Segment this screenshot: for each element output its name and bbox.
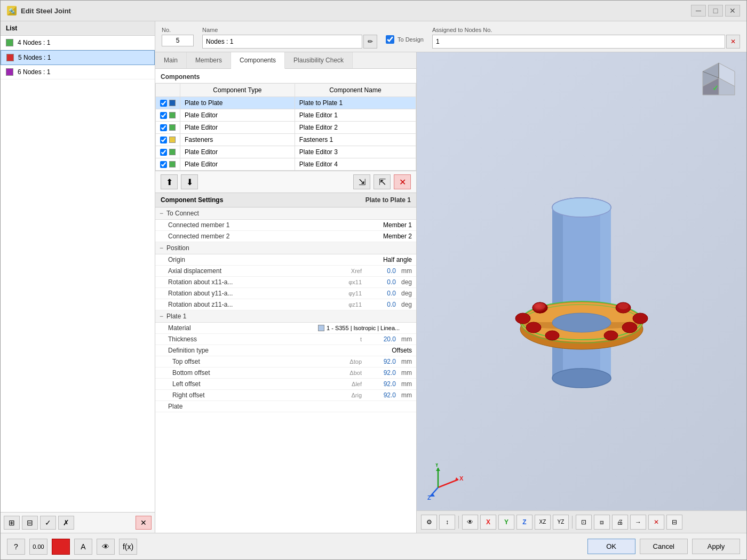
comp-name-1: Plate Editor 1 [295, 109, 416, 122]
copy-button[interactable]: ⊟ [22, 516, 38, 530]
plate1-minus: − [160, 313, 163, 320]
rotation-y-value: 0.0 [364, 290, 396, 297]
left-panel: List 4 Nodes : 1 5 Nodes : 1 6 Nodes : 1… [1, 21, 155, 533]
reset-view-button[interactable]: ✕ [648, 515, 664, 530]
uncheck-all-button[interactable]: ✗ [58, 516, 74, 530]
y-axis-button[interactable]: Y [498, 515, 514, 530]
comp-type-2: Plate Editor [180, 122, 295, 134]
check-all-button[interactable]: ✓ [40, 516, 56, 530]
print-button[interactable]: 🖨 [612, 515, 628, 530]
svg-marker-33 [436, 468, 440, 471]
viewer-3d[interactable]: ✓ X [417, 52, 746, 533]
comp-row-5[interactable]: Plate Editor Plate Editor 4 [156, 158, 416, 171]
comp-checkbox-4[interactable] [160, 149, 167, 156]
list-item-1[interactable]: 4 Nodes : 1 [1, 36, 155, 50]
text-button[interactable]: A [74, 539, 92, 555]
tab-members[interactable]: Members [187, 52, 231, 68]
close-button[interactable]: ✕ [725, 5, 740, 17]
axial-row: Axial displacement Xref 0.0 mm [155, 266, 416, 277]
ok-button[interactable]: OK [587, 539, 635, 554]
z-axis-button[interactable]: Z [516, 515, 533, 530]
display-button[interactable]: ⧈ [594, 515, 610, 530]
tab-plausibility[interactable]: Plausibility Check [285, 52, 353, 68]
export-button[interactable]: ⇱ [374, 174, 391, 189]
svg-point-21 [618, 303, 629, 309]
delete-list-button[interactable]: ✕ [136, 516, 152, 530]
no-label: No. [162, 27, 194, 33]
tab-main[interactable]: Main [155, 52, 187, 68]
help-button[interactable]: ? [7, 539, 25, 555]
comp-check-2 [156, 122, 180, 134]
options-button[interactable]: ⊟ [666, 515, 682, 530]
comp-type-4: Plate Editor [180, 146, 295, 158]
list-color-1 [6, 39, 13, 46]
move-down-button[interactable]: ⬇ [181, 174, 198, 189]
red-indicator-button[interactable] [52, 539, 70, 555]
components-section-header: Components [155, 69, 416, 83]
view-sep-2 [572, 516, 573, 529]
view-button[interactable]: 👁 [462, 515, 478, 530]
comp-row-4[interactable]: Plate Editor Plate Editor 3 [156, 146, 416, 158]
bottom-offset-sym: Δbot [347, 370, 364, 376]
no-input[interactable] [162, 35, 194, 46]
comp-checkbox-0[interactable] [160, 100, 167, 107]
col-header-check [156, 84, 180, 97]
add-button[interactable]: ⊞ [4, 516, 20, 530]
formula-button[interactable]: f(x) [119, 539, 137, 555]
comp-checkbox-2[interactable] [160, 124, 167, 131]
xz-plane-button[interactable]: XZ [535, 515, 551, 530]
comp-row-1[interactable]: Plate Editor Plate Editor 1 [156, 109, 416, 122]
connected-member-2-label: Connected member 2 [168, 233, 380, 240]
to-connect-header[interactable]: − To Connect [155, 207, 416, 220]
apply-button[interactable]: Apply [692, 539, 740, 554]
pan-button[interactable]: ↕ [439, 515, 455, 530]
axial-label: Axial displacement [168, 267, 349, 275]
value-button[interactable]: 0.00 [29, 539, 47, 555]
connected-member-1-value: Member 1 [380, 221, 412, 229]
svg-point-20 [535, 303, 545, 309]
cube-widget[interactable]: ✓ [697, 59, 740, 101]
move-up-button[interactable]: ⬆ [161, 174, 178, 189]
name-edit-button[interactable]: ✏ [363, 35, 377, 49]
tab-components[interactable]: Components [231, 52, 285, 69]
import-button[interactable]: ⇲ [353, 174, 370, 189]
maximize-button[interactable]: □ [708, 5, 723, 17]
layers-button[interactable]: ⊡ [576, 515, 592, 530]
list-color-3 [6, 68, 13, 76]
comp-checkbox-3[interactable] [160, 137, 167, 143]
plate1-header[interactable]: − Plate 1 [155, 310, 416, 323]
list-item-3[interactable]: 6 Nodes : 1 [1, 65, 155, 79]
arrow-button[interactable]: → [630, 515, 646, 530]
comp-checkbox-1[interactable] [160, 112, 167, 119]
connected-member-1-label: Connected member 1 [168, 221, 380, 229]
view-icon-button[interactable]: 👁 [97, 539, 115, 555]
top-offset-unit: mm [396, 358, 412, 365]
comp-name-2: Plate Editor 2 [295, 122, 416, 134]
left-offset-label: Left offset [172, 380, 349, 388]
comp-type-0: Plate to Plate [180, 97, 295, 109]
main-window: 🔩 Edit Steel Joint ─ □ ✕ List 4 Nodes : … [0, 0, 747, 560]
rotation-x-unit: deg [396, 278, 412, 286]
assigned-input[interactable] [432, 35, 725, 49]
x-axis-button[interactable]: X [480, 515, 496, 530]
to-design-checkbox[interactable] [386, 35, 394, 44]
comp-row-0[interactable]: Plate to Plate Plate to Plate 1 [156, 97, 416, 109]
minimize-button[interactable]: ─ [691, 5, 706, 17]
cancel-button[interactable]: Cancel [640, 539, 688, 554]
comp-color-0 [169, 100, 176, 106]
yz-plane-button[interactable]: YZ [553, 515, 569, 530]
comp-row-3[interactable]: Fasteners Fasteners 1 [156, 134, 416, 146]
delete-comp-button[interactable]: ✕ [394, 174, 411, 189]
thickness-sym: t [358, 336, 364, 342]
list-item-2[interactable]: 5 Nodes : 1 [1, 50, 155, 65]
list-items: 4 Nodes : 1 5 Nodes : 1 6 Nodes : 1 [1, 36, 155, 512]
position-header[interactable]: − Position [155, 242, 416, 254]
comp-checkbox-5[interactable] [160, 161, 167, 168]
view-settings-button[interactable]: ⚙ [421, 515, 437, 530]
definition-value: Offsets [380, 347, 412, 354]
comp-row-2[interactable]: Plate Editor Plate Editor 2 [156, 122, 416, 134]
assigned-clear-button[interactable]: ✕ [726, 35, 740, 49]
bottom-bar: ? 0.00 A 👁 f(x) OK Cancel Apply [1, 533, 746, 559]
axes-widget: X Y Z [427, 463, 465, 501]
name-input[interactable] [202, 35, 362, 49]
